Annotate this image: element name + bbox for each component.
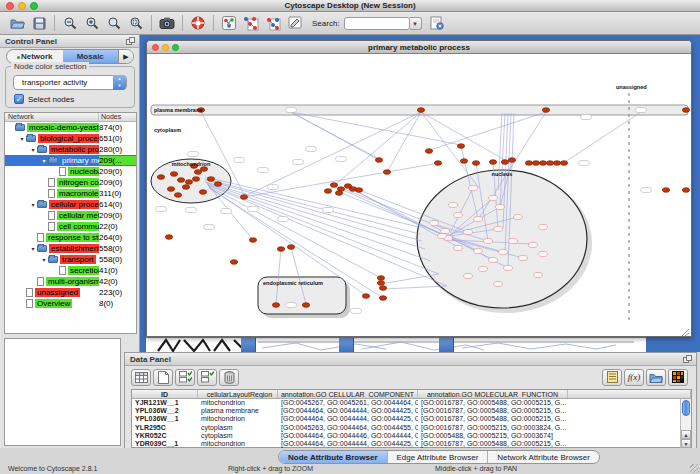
nucleus-node[interactable]	[529, 242, 538, 247]
formula-icon[interactable]: f(x)	[624, 369, 644, 386]
nucleus-node[interactable]	[438, 233, 447, 238]
disclosure-arrow-icon[interactable]: ▾	[40, 256, 48, 263]
network-tree-row[interactable]: ▾metabolic process280(0)	[5, 144, 136, 155]
nucleus-node[interactable]	[489, 257, 498, 262]
network-node[interactable]	[230, 260, 237, 265]
network-node[interactable]	[362, 294, 369, 299]
network-tree-row[interactable]: multi-organism pro42(0)	[5, 276, 136, 287]
network-node[interactable]	[272, 303, 279, 308]
column-header[interactable]: annotation.GO MOLECULAR_FUNCTION	[418, 390, 568, 398]
column-network[interactable]: Network	[5, 113, 99, 121]
network-node[interactable]	[553, 161, 560, 166]
nucleus-node[interactable]	[454, 245, 463, 250]
network-tree-row[interactable]: response to stimulu264(0)	[5, 232, 136, 243]
network-in-box-icon[interactable]	[218, 14, 240, 33]
network-name[interactable]: unassigned	[35, 288, 80, 297]
network-node[interactable]	[375, 158, 382, 163]
scrollbar-thumb[interactable]	[682, 400, 690, 416]
network-node[interactable]	[335, 191, 342, 196]
network-name[interactable]: multi-organism pro	[46, 277, 99, 286]
nucleus-node[interactable]	[504, 265, 513, 270]
network-tree-row[interactable]: ▾primary metabo209(...	[5, 155, 136, 166]
network-node[interactable]	[377, 281, 384, 286]
table-cell[interactable]: cytoplasm	[198, 424, 278, 432]
table-row[interactable]: YJR121W__1mitochondrion[GO:0045267, GO:0…	[132, 399, 691, 407]
nucleus-node[interactable]	[496, 204, 505, 209]
table-cell[interactable]: mitochondrion	[198, 440, 278, 448]
nucleus-node[interactable]	[494, 281, 503, 286]
table-cell[interactable]: [GO:0045267, GO:0045261, GO:0044464, G..…	[278, 399, 418, 407]
nucleus-node[interactable]	[441, 228, 450, 233]
table-cell[interactable]: cytoplasm	[198, 432, 278, 440]
matrix-icon[interactable]	[668, 369, 688, 386]
network-edge[interactable]	[421, 112, 505, 160]
table-cell[interactable]: [GO:0016787, GO:0005488, GO:0005215, G..…	[418, 415, 568, 423]
tab-node-attribute-browser[interactable]: Node Attribute Browser	[279, 451, 388, 463]
table-cell[interactable]: YKR052C	[132, 432, 198, 440]
report-icon[interactable]	[602, 369, 622, 386]
network-node[interactable]	[460, 159, 467, 164]
network-node[interactable]	[379, 286, 386, 291]
table-cell[interactable]: YPL036W__2	[132, 407, 198, 415]
table-cell[interactable]: [GO:0016787, GO:0005488, GO:0005215, G..…	[418, 399, 568, 407]
network-node[interactable]	[489, 160, 496, 165]
network-name[interactable]: establishment of lo	[49, 244, 99, 253]
network-node[interactable]	[185, 180, 192, 185]
nucleus-node[interactable]	[449, 202, 458, 207]
view-resize-grip[interactable]	[682, 329, 689, 336]
new-attribute-icon[interactable]	[153, 369, 173, 386]
float-panel-icon[interactable]	[126, 37, 135, 46]
disclosure-arrow-icon[interactable]: ▾	[29, 245, 37, 252]
network-name[interactable]: secretion	[68, 266, 99, 275]
nucleus-node[interactable]	[489, 195, 498, 200]
network-node[interactable]	[165, 235, 172, 240]
scroll-down-button[interactable]: ▼	[681, 439, 691, 448]
nucleus-node[interactable]	[430, 220, 439, 225]
network-node[interactable]	[417, 108, 424, 113]
nucleus-node[interactable]	[479, 266, 488, 271]
vizmapper-edges-icon[interactable]	[262, 14, 284, 33]
region-nucleus[interactable]	[417, 170, 587, 308]
network-tree-row[interactable]: mosaic-demo-yeast874(0)	[5, 122, 136, 133]
network-node[interactable]	[200, 167, 207, 172]
network-node[interactable]	[182, 185, 189, 190]
network-tree-row[interactable]: ▾biological_process651(0)	[5, 133, 136, 144]
tabs-overflow-arrow[interactable]: ▶	[118, 50, 133, 63]
network-tree-row[interactable]: macromolecule311(0)	[5, 188, 136, 199]
attribute-table-icon[interactable]	[131, 369, 151, 386]
nucleus-node[interactable]	[539, 224, 548, 229]
network-node[interactable]	[501, 160, 508, 165]
nucleus-node[interactable]	[519, 255, 528, 260]
network-node[interactable]	[532, 161, 539, 166]
zoom-in-icon[interactable]	[81, 14, 103, 33]
table-cell[interactable]: [GO:0044464, GO:0044444, GO:0044425, G..…	[278, 415, 418, 423]
network-node[interactable]	[167, 187, 174, 192]
nucleus-node[interactable]	[474, 248, 483, 253]
nucleus-node[interactable]	[509, 238, 518, 243]
table-row[interactable]: YDR039C__1mitochondrion[GO:0044464, GO:0…	[132, 440, 691, 448]
network-node[interactable]	[508, 158, 515, 163]
zoom-out-icon[interactable]	[59, 14, 81, 33]
network-tree-row[interactable]: unassigned223(0)	[5, 287, 136, 298]
close-view-button[interactable]	[152, 44, 159, 51]
network-edge[interactable]	[206, 182, 425, 249]
table-row[interactable]: YLR295Ccytoplasm[GO:0045263, GO:0044464,…	[132, 424, 691, 432]
network-name[interactable]: transport	[60, 255, 96, 264]
network-node[interactable]	[214, 182, 221, 187]
network-node[interactable]	[240, 195, 247, 200]
select-attributes-icon[interactable]	[175, 369, 195, 386]
network-node[interactable]	[472, 161, 479, 166]
network-node[interactable]	[177, 178, 184, 183]
network-node[interactable]	[525, 161, 532, 166]
network-node[interactable]	[330, 183, 337, 188]
network-name[interactable]: cellular metabo	[57, 211, 99, 220]
network-edge[interactable]	[208, 185, 447, 286]
network-name[interactable]: nitrogen compo	[57, 178, 99, 187]
zoom-view-button[interactable]	[172, 44, 179, 51]
table-cell[interactable]: [GO:0016787, GO:0005488, GO:0005215, G..…	[418, 407, 568, 415]
table-cell[interactable]: [GO:0005488, GO:0005215, GO:0003674]	[418, 432, 568, 440]
table-cell[interactable]: mitochondrion	[198, 415, 278, 423]
network-node[interactable]	[682, 188, 689, 193]
snapshot-icon[interactable]	[156, 14, 178, 33]
network-node[interactable]	[457, 144, 464, 149]
